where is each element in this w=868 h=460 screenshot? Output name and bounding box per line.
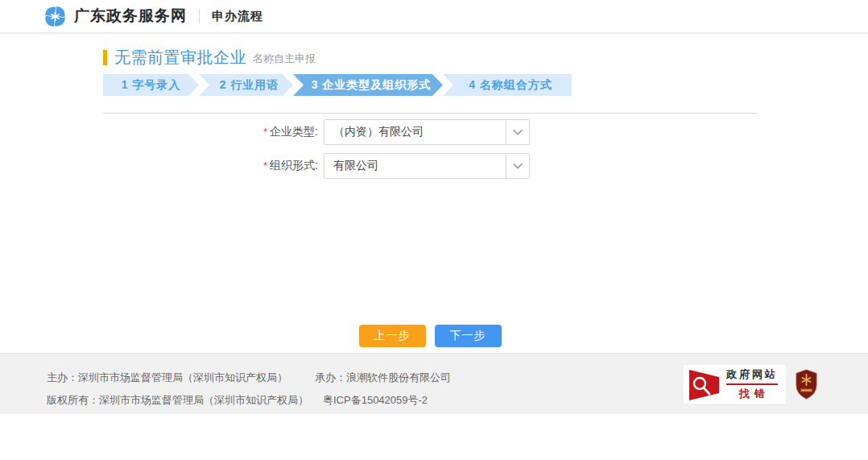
find-error-badge-line1: 政府网站: [726, 367, 778, 385]
footer-line-2: 版权所有：深圳市市场监督管理局（深圳市知识产权局）粤ICP备15042059号-…: [47, 389, 451, 412]
step-tab-3-active[interactable]: 3 企业类型及组织形式: [293, 74, 443, 96]
host-value: 深圳市市场监督管理局（深圳市知识产权局）: [78, 371, 287, 383]
header-divider: [199, 9, 200, 23]
footer-text: 主办：深圳市市场监督管理局（深圳市知识产权局）承办：浪潮软件股份有限公司 版权所…: [47, 367, 451, 412]
undertaker-label: 承办：: [315, 371, 346, 383]
page-title-row: 无需前置审批企业 名称自主申报: [103, 46, 757, 68]
step-tab-4[interactable]: 4 名称组合方式: [443, 74, 572, 96]
page-subtitle: 名称自主申报: [253, 48, 316, 66]
footer-line-1: 主办：深圳市市场监督管理局（深圳市知识产权局）承办：浪潮软件股份有限公司: [47, 367, 451, 389]
header: 广东政务服务网 申办流程: [0, 0, 868, 34]
organization-form-value: 有限公司: [324, 159, 506, 173]
required-asterisk: *: [263, 126, 267, 138]
enterprise-type-select[interactable]: （内资）有限公司: [324, 119, 530, 145]
site-name[interactable]: 广东政务服务网: [74, 6, 187, 27]
form-row-enterprise-type: *企业类型: （内资）有限公司: [103, 118, 757, 145]
page-title: 无需前置审批企业: [114, 47, 246, 68]
footer-badges: 政府网站 找错: [684, 365, 817, 404]
step-tabs: 1 字号录入 2 行业用语 3 企业类型及组织形式 4 名称组合方式: [103, 74, 757, 96]
chevron-down-icon[interactable]: [506, 120, 529, 144]
find-error-badge-text: 政府网站 找错: [726, 367, 778, 401]
step-tab-1[interactable]: 1 字号录入: [103, 74, 199, 96]
enterprise-type-label-text: 企业类型:: [270, 125, 318, 138]
action-buttons: 上一步 下一步: [103, 325, 757, 347]
previous-step-button[interactable]: 上一步: [359, 325, 426, 347]
enterprise-type-value: （内资）有限公司: [324, 125, 506, 139]
find-error-badge-line2: 找错: [726, 387, 778, 401]
content-divider: [103, 113, 757, 114]
chevron-down-icon[interactable]: [506, 154, 529, 178]
host-label: 主办：: [47, 371, 78, 383]
pinwheel-logo-icon[interactable]: [44, 6, 66, 27]
undertaker-value: 浪潮软件股份有限公司: [346, 371, 451, 383]
main-content: 无需前置审批企业 名称自主申报 1 字号录入 2 行业用语 3 企业类型及组织形…: [103, 46, 757, 347]
copyright-value: 深圳市市场监督管理局（深圳市知识产权局）: [99, 394, 308, 406]
organization-form-select[interactable]: 有限公司: [324, 153, 530, 179]
police-shield-badge-icon[interactable]: [796, 369, 817, 400]
magnifier-flag-icon: [687, 368, 721, 400]
title-accent-bar: [103, 50, 107, 65]
gov-site-find-error-badge[interactable]: 政府网站 找错: [684, 365, 786, 404]
step-tab-2[interactable]: 2 行业用语: [199, 74, 293, 96]
organization-form-label: *组织形式:: [103, 159, 324, 173]
next-step-button[interactable]: 下一步: [435, 325, 502, 347]
enterprise-type-label: *企业类型:: [103, 125, 324, 139]
icp-number: 粤ICP备15042059号-2: [323, 394, 428, 406]
form-row-organization-form: *组织形式: 有限公司: [103, 152, 757, 179]
form: *企业类型: （内资）有限公司 *组织形式: 有限公司: [103, 118, 757, 179]
footer: 主办：深圳市市场监督管理局（深圳市知识产权局）承办：浪潮软件股份有限公司 版权所…: [0, 353, 868, 414]
breadcrumb-section-title: 申办流程: [212, 9, 263, 24]
copyright-label: 版权所有：: [47, 394, 99, 406]
organization-form-label-text: 组织形式:: [270, 159, 318, 172]
required-asterisk: *: [263, 160, 267, 172]
